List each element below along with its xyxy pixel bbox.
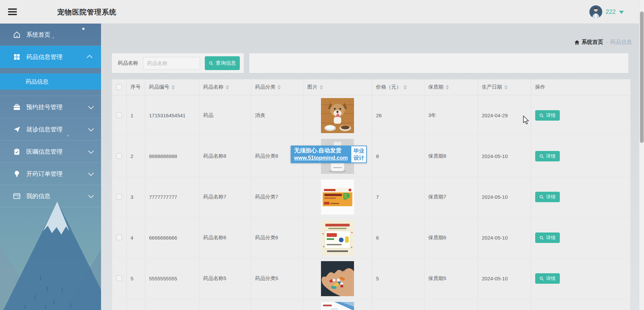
detail-button[interactable]: 详情	[535, 110, 560, 121]
sidebar-submenu: 药品信息	[0, 68, 101, 96]
watermark-text: 无须担心.自动发货 www.51topmind.com	[291, 146, 351, 163]
search-icon	[539, 113, 544, 118]
column-header-label: 操作	[535, 84, 545, 90]
column-header-name[interactable]: 药品名称	[199, 80, 251, 95]
sort-icon[interactable]	[171, 85, 175, 90]
cell-name: 药品名称5	[199, 258, 251, 299]
sidebar-item-label: 医嘱信息管理	[26, 148, 88, 156]
drug-image-dog-with-bowls	[321, 98, 354, 133]
search-icon	[539, 276, 544, 281]
detail-button[interactable]: 详情	[535, 151, 560, 161]
row-checkbox[interactable]	[116, 194, 122, 199]
cell-date: 2024-04-29	[478, 95, 531, 136]
column-header-date[interactable]: 生产日期	[478, 80, 531, 95]
cell-price: 8	[372, 136, 424, 177]
row-checkbox[interactable]	[116, 275, 122, 281]
clipboard-check-icon	[13, 148, 21, 156]
sort-icon[interactable]	[226, 85, 229, 90]
column-header-label: 图片	[308, 84, 318, 90]
search-input[interactable]	[143, 57, 200, 70]
sidebar-item-prescription-orders[interactable]: 开药订单管理	[0, 163, 101, 185]
mountain-illustration	[0, 199, 101, 310]
drug-image-pills-in-hand	[321, 261, 354, 296]
cell-name: 药品名称6	[199, 217, 251, 258]
detail-button[interactable]: 详情	[535, 192, 560, 202]
column-header-label: 生产日期	[482, 84, 502, 90]
sidebar-item-label: 开药订单管理	[26, 170, 88, 178]
column-header-category[interactable]: 药品分类	[251, 80, 303, 95]
home-icon	[13, 31, 21, 39]
breadcrumb-home-link[interactable]: 系统首页	[574, 39, 603, 46]
column-header-price[interactable]: 价格（元）	[372, 80, 424, 95]
cell-action: 详情	[531, 177, 631, 217]
cell-name: 药品名称4	[199, 299, 251, 310]
detail-button[interactable]: 详情	[535, 232, 560, 243]
sidebar-item-my-info[interactable]: 我的信息	[0, 185, 101, 207]
row-checkbox[interactable]	[116, 153, 122, 159]
select-all-checkbox[interactable]	[116, 84, 122, 90]
hamburger-menu-icon[interactable]	[8, 7, 18, 17]
cell-category: 药品分类7	[251, 177, 303, 217]
cell-code: 7777777777	[145, 177, 199, 217]
cell-image	[303, 258, 372, 299]
cell-index: 4	[126, 217, 145, 258]
column-header-shelf_life[interactable]: 保质期	[424, 80, 478, 95]
cell-date: 2024-05-10	[478, 217, 531, 258]
cell-image	[303, 217, 372, 258]
row-checkbox[interactable]	[116, 235, 122, 240]
sidebar-item-appointment[interactable]: 预约挂号管理	[0, 96, 101, 118]
column-header-image[interactable]: 图片	[303, 80, 372, 95]
detail-button[interactable]: 详情	[535, 273, 560, 284]
cell-date: 2024-05-10	[478, 258, 531, 299]
grid-icon	[13, 53, 21, 61]
sidebar: 系统首页 药品信息管理 药品信息	[0, 24, 101, 310]
cell-index: 5	[126, 258, 145, 299]
sort-icon[interactable]	[278, 85, 281, 90]
sidebar-item-medical-orders[interactable]: 医嘱信息管理	[0, 141, 101, 163]
cell-date: 2024-05-10	[478, 299, 531, 310]
username: 222	[606, 8, 616, 16]
cell-price: 5	[372, 258, 424, 299]
cell-shelf_life: 3年	[424, 95, 478, 136]
cell-action: 详情	[531, 95, 631, 136]
cell-index: 3	[126, 177, 145, 217]
column-header-code[interactable]: 药品编号	[145, 80, 199, 95]
row-checkbox[interactable]	[116, 112, 122, 118]
sort-icon[interactable]	[404, 85, 407, 90]
toolbar-panel	[249, 53, 629, 73]
chevron-down-icon	[88, 103, 94, 109]
cell-price: 26	[372, 95, 424, 136]
table-header-row: 序号药品编号药品名称药品分类图片价格（元）保质期生产日期操作	[112, 80, 631, 95]
sidebar-item-home[interactable]: 系统首页	[0, 24, 101, 46]
cell-index: 1	[126, 95, 145, 136]
user-menu[interactable]: 222	[589, 0, 624, 24]
search-icon	[539, 236, 544, 240]
cell-action: 详情	[531, 299, 631, 310]
search-button[interactable]: 查询信息	[205, 56, 240, 70]
card-icon	[13, 192, 21, 200]
sort-icon[interactable]	[320, 85, 323, 90]
sidebar-item-label: 药品信息管理	[26, 53, 88, 61]
column-header-label: 药品名称	[203, 84, 224, 90]
search-icon	[539, 154, 544, 159]
sort-icon[interactable]	[504, 85, 508, 90]
sort-icon[interactable]	[446, 85, 449, 90]
avatar[interactable]	[589, 5, 602, 18]
cell-action: 详情	[531, 258, 631, 299]
sidebar-subitem-drug-info[interactable]: 药品信息	[0, 73, 101, 90]
cell-name: 药品名称8	[199, 136, 251, 177]
scrollbar-thumb[interactable]	[640, 11, 644, 143]
search-icon	[539, 195, 544, 199]
cell-shelf_life: 保质期7	[424, 177, 478, 217]
column-header-action: 操作	[531, 80, 631, 95]
cell-name: 药品名称7	[199, 177, 251, 217]
column-header-label: 保质期	[428, 84, 444, 90]
sidebar-item-drug-management[interactable]: 药品信息管理	[0, 46, 101, 68]
table-row: 64444444444药品名称4药品分类4 4保质期42024-05-10详情	[112, 299, 631, 310]
search-panel: 药品名称 查询信息	[112, 53, 244, 73]
lightbulb-icon	[13, 170, 21, 178]
vertical-scrollbar[interactable]	[639, 0, 644, 310]
search-icon	[209, 61, 214, 66]
sidebar-item-visits[interactable]: 就诊信息管理	[0, 118, 101, 141]
drug-image-yellow-medicine-box	[321, 180, 354, 215]
